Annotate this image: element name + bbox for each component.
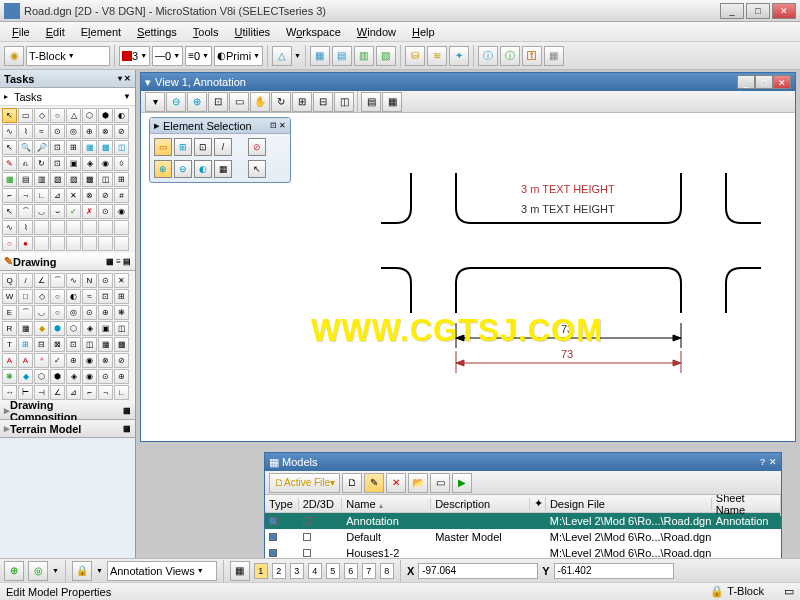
delete-model-icon[interactable]: ✕ xyxy=(386,473,406,493)
tool[interactable]: ≈ xyxy=(34,124,49,139)
pin-icon[interactable]: ▾ xyxy=(118,74,122,83)
tool[interactable]: ∟ xyxy=(34,188,49,203)
view-tool[interactable]: ▤ xyxy=(361,92,381,112)
tool[interactable]: ⬡ xyxy=(34,369,49,384)
tool[interactable]: ✓ xyxy=(66,204,81,219)
models-title-bar[interactable]: ▦Models ?✕ xyxy=(265,453,781,471)
tool[interactable]: ◈ xyxy=(82,321,97,336)
table-row[interactable]: AnnotationM:\Level 2\Mod 6\Ro...\Road.dg… xyxy=(265,513,781,529)
tool[interactable]: ⬡ xyxy=(66,321,81,336)
sel-method-icon[interactable]: ▦ xyxy=(214,160,232,178)
tool[interactable]: ● xyxy=(18,236,33,251)
tool[interactable]: ◫ xyxy=(82,337,97,352)
sel-action-icon[interactable]: ⊘ xyxy=(248,138,266,156)
tool[interactable]: ▩ xyxy=(82,172,97,187)
tool[interactable]: ❋ xyxy=(114,305,129,320)
sel-mode-icon[interactable]: / xyxy=(214,138,232,156)
view-tool[interactable]: ▦ xyxy=(382,92,402,112)
drawing-comp-header[interactable]: ▸ Drawing Composition▦ xyxy=(0,402,135,420)
view-max-button[interactable]: □ xyxy=(755,75,773,89)
view-3-button[interactable]: 3 xyxy=(290,563,304,579)
tool[interactable]: ⊕ xyxy=(98,305,113,320)
tool[interactable]: ⬡ xyxy=(82,108,97,123)
tool[interactable] xyxy=(98,220,113,235)
model-tool-icon[interactable]: ▭ xyxy=(430,473,450,493)
tool[interactable]: ○ xyxy=(50,289,65,304)
view-tool[interactable]: ◫ xyxy=(334,92,354,112)
element-selection-palette[interactable]: ▸Element Selection⊡ ✕ ▭ ⊞ ⊡ / ⊘ ⊕ ⊖ ◐ xyxy=(149,117,291,183)
tool[interactable]: ◫ xyxy=(114,140,129,155)
tool[interactable] xyxy=(66,236,81,251)
tool[interactable]: ⌒ xyxy=(18,204,33,219)
tool[interactable]: Q xyxy=(2,273,17,288)
annotation-dropdown[interactable]: Annotation Views▼ xyxy=(107,561,217,581)
menu-workspace[interactable]: Workspace xyxy=(278,24,349,40)
sel-method-icon[interactable]: ⊕ xyxy=(154,160,172,178)
view-tool[interactable]: ⊞ xyxy=(292,92,312,112)
models-icon[interactable]: ▦ xyxy=(310,46,330,66)
tool[interactable]: ✗ xyxy=(82,204,97,219)
tool[interactable]: ᴬ xyxy=(34,353,49,368)
grid-icon[interactable]: ▦ xyxy=(544,46,564,66)
tool[interactable]: ⊘ xyxy=(114,124,129,139)
view-close-button[interactable]: ✕ xyxy=(773,75,791,89)
tool[interactable]: ◇ xyxy=(34,289,49,304)
tool[interactable]: ⌒ xyxy=(18,305,33,320)
tool[interactable]: ▦ xyxy=(98,337,113,352)
tool[interactable]: / xyxy=(18,273,33,288)
close-button[interactable]: ✕ xyxy=(772,3,796,19)
tool[interactable]: ◉ xyxy=(98,156,113,171)
tool[interactable]: ✎ xyxy=(2,156,17,171)
tool[interactable]: ❋ xyxy=(2,369,17,384)
tool[interactable] xyxy=(50,236,65,251)
pan-icon[interactable]: ✋ xyxy=(250,92,270,112)
tool[interactable]: ¬ xyxy=(18,188,33,203)
tool[interactable]: ◫ xyxy=(114,321,129,336)
snap-icon[interactable]: ◎ xyxy=(28,561,48,581)
tool[interactable]: ◈ xyxy=(66,369,81,384)
tool[interactable]: ◫ xyxy=(98,172,113,187)
window-icon[interactable]: ▭ xyxy=(229,92,249,112)
menu-file[interactable]: File xyxy=(4,24,38,40)
menu-utilities[interactable]: Utilities xyxy=(227,24,278,40)
tool[interactable]: ▨ xyxy=(66,172,81,187)
attributes-icon[interactable]: ◉ xyxy=(4,46,24,66)
zoom-out-icon[interactable]: ⊖ xyxy=(166,92,186,112)
tool[interactable]: A xyxy=(2,353,17,368)
tool[interactable]: ◇ xyxy=(34,108,49,123)
view-tool[interactable]: ▾ xyxy=(145,92,165,112)
fit-icon[interactable]: ⊡ xyxy=(208,92,228,112)
sel-method-icon[interactable]: ⊖ xyxy=(174,160,192,178)
tool[interactable]: ⌇ xyxy=(18,220,33,235)
tool[interactable]: ⊡ xyxy=(50,140,65,155)
tool[interactable] xyxy=(82,220,97,235)
star-icon[interactable]: ✦ xyxy=(449,46,469,66)
tool[interactable]: ▧ xyxy=(50,172,65,187)
tool[interactable] xyxy=(34,236,49,251)
menu-help[interactable]: Help xyxy=(404,24,443,40)
tool[interactable]: ⊞ xyxy=(114,289,129,304)
view-7-button[interactable]: 7 xyxy=(362,563,376,579)
tool[interactable]: □ xyxy=(18,289,33,304)
table-row[interactable]: DefaultMaster ModelM:\Level 2\Mod 6\Ro..… xyxy=(265,529,781,545)
tool[interactable]: E xyxy=(2,305,17,320)
tool[interactable]: ⊡ xyxy=(50,156,65,171)
terrain-header[interactable]: ▸ Terrain Model▦ xyxy=(0,420,135,438)
lock-icon[interactable]: 🔒 xyxy=(72,561,92,581)
tool[interactable]: ⊟ xyxy=(34,337,49,352)
tool[interactable]: ⊠ xyxy=(50,337,65,352)
tool[interactable] xyxy=(98,236,113,251)
tool[interactable]: ⊕ xyxy=(82,124,97,139)
tasks-root[interactable]: ▸Tasks▼ xyxy=(0,88,135,106)
tool[interactable]: ⊕ xyxy=(114,369,129,384)
sel-mode-icon[interactable]: ▭ xyxy=(154,138,172,156)
tool[interactable]: ▦ xyxy=(2,172,17,187)
tool[interactable]: ⊘ xyxy=(98,188,113,203)
tool[interactable]: ◆ xyxy=(34,321,49,336)
tool[interactable] xyxy=(34,220,49,235)
active-file-icon[interactable]: 🗋 Active File ▾ xyxy=(269,473,340,493)
sel-pointer-icon[interactable]: ↖ xyxy=(248,160,266,178)
tool[interactable]: ∠ xyxy=(34,273,49,288)
view-tool[interactable]: ⊟ xyxy=(313,92,333,112)
import-model-icon[interactable]: 📂 xyxy=(408,473,428,493)
